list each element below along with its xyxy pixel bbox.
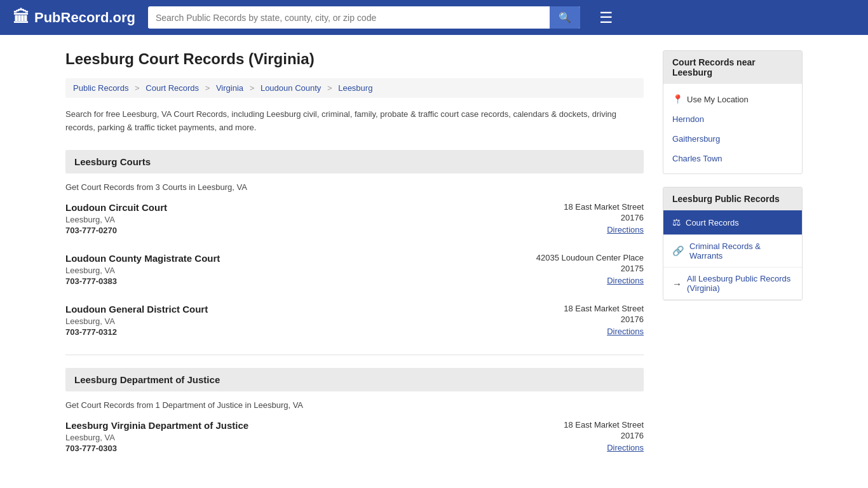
doj-court-phone-1: 703-777-0303 bbox=[65, 444, 504, 453]
breadcrumb-virginia[interactable]: Virginia bbox=[216, 83, 243, 93]
directions-link-3[interactable]: Directions bbox=[517, 327, 644, 336]
breadcrumb-sep-1: > bbox=[135, 83, 140, 93]
court-info-2: Loudoun County Magistrate Court Leesburg… bbox=[65, 253, 504, 286]
all-records-icon: → bbox=[672, 278, 682, 289]
court-phone-1: 703-777-0270 bbox=[65, 226, 504, 235]
directions-link-2[interactable]: Directions bbox=[517, 276, 644, 285]
directions-link-1[interactable]: Directions bbox=[517, 225, 644, 234]
record-item-criminal-records[interactable]: 🔗 Criminal Records & Warrants bbox=[663, 235, 802, 268]
court-entry-3: Loudoun General District Court Leesburg,… bbox=[65, 304, 644, 337]
doj-court-info-1: Leesburg Virginia Department of Justice … bbox=[65, 420, 504, 453]
public-records-header: Leesburg Public Records bbox=[663, 187, 802, 210]
court-street-1: 18 East Market Street bbox=[517, 202, 644, 212]
court-name-3: Loudoun General District Court bbox=[65, 304, 504, 315]
court-entry-1: Loudoun Circuit Court Leesburg, VA 703-7… bbox=[65, 202, 644, 235]
record-item-all-records[interactable]: → All Leesburg Public Records (Virginia) bbox=[663, 268, 802, 300]
sidebar: Court Records near Leesburg 📍 Use My Loc… bbox=[663, 50, 803, 471]
court-street-2: 42035 Loudoun Center Place bbox=[517, 253, 644, 262]
court-city-3: Leesburg, VA bbox=[65, 316, 504, 326]
search-button[interactable]: 🔍 bbox=[550, 6, 580, 29]
logo-text: PubRecord.org bbox=[34, 10, 135, 26]
court-info-3: Loudoun General District Court Leesburg,… bbox=[65, 304, 504, 337]
court-name-2: Loudoun County Magistrate Court bbox=[65, 253, 504, 264]
page-description: Search for free Leesburg, VA Court Recor… bbox=[65, 108, 644, 135]
doj-court-name-1: Leesburg Virginia Department of Justice bbox=[65, 420, 504, 431]
breadcrumb: Public Records > Court Records > Virgini… bbox=[65, 78, 644, 98]
doj-section-description: Get Court Records from 1 Department of J… bbox=[65, 400, 644, 410]
court-entry-2: Loudoun County Magistrate Court Leesburg… bbox=[65, 253, 644, 286]
nearby-city-charles-town[interactable]: Charles Town bbox=[663, 149, 802, 168]
location-pin-icon: 📍 bbox=[672, 94, 683, 104]
court-city-1: Leesburg, VA bbox=[65, 215, 504, 224]
doj-directions-link-1[interactable]: Directions bbox=[517, 443, 644, 452]
doj-court-entry-1: Leesburg Virginia Department of Justice … bbox=[65, 420, 644, 453]
criminal-records-icon: 🔗 bbox=[672, 245, 684, 257]
public-records-box: Leesburg Public Records ⚖ Court Records … bbox=[663, 187, 803, 301]
court-zip-3: 20176 bbox=[517, 315, 644, 324]
nearby-city-gaithersburg[interactable]: Gaithersburg bbox=[663, 129, 802, 149]
breadcrumb-public-records[interactable]: Public Records bbox=[73, 83, 128, 93]
court-phone-3: 703-777-0312 bbox=[65, 327, 504, 337]
nearby-cities-box: Court Records near Leesburg 📍 Use My Loc… bbox=[663, 50, 803, 174]
use-location-item[interactable]: 📍 Use My Location bbox=[663, 89, 802, 109]
court-address-3: 18 East Market Street 20176 Directions bbox=[517, 304, 644, 337]
search-icon: 🔍 bbox=[559, 12, 571, 23]
page-title: Leesburg Court Records (Virginia) bbox=[65, 50, 644, 68]
breadcrumb-sep-2: > bbox=[205, 83, 210, 93]
record-item-court-records[interactable]: ⚖ Court Records bbox=[663, 210, 802, 235]
section-divider-1 bbox=[65, 355, 644, 355]
nearby-box-body: 📍 Use My Location Herndon Gaithersburg C… bbox=[663, 84, 802, 173]
nearby-city-herndon-link[interactable]: Herndon bbox=[672, 114, 704, 124]
court-address-2: 42035 Loudoun Center Place 20175 Directi… bbox=[517, 253, 644, 286]
doj-court-zip-1: 20176 bbox=[517, 431, 644, 440]
nearby-city-charles-town-link[interactable]: Charles Town bbox=[672, 154, 722, 163]
logo-icon: 🏛 bbox=[13, 8, 29, 27]
court-zip-1: 20176 bbox=[517, 213, 644, 222]
hamburger-menu-icon[interactable]: ☰ bbox=[599, 9, 613, 27]
court-street-3: 18 East Market Street bbox=[517, 304, 644, 313]
site-logo[interactable]: 🏛 PubRecord.org bbox=[13, 8, 135, 27]
court-phone-2: 703-777-0383 bbox=[65, 276, 504, 286]
courts-section-description: Get Court Records from 3 Courts in Leesb… bbox=[65, 182, 644, 192]
breadcrumb-leesburg[interactable]: Leesburg bbox=[338, 83, 372, 93]
courts-section-header: Leesburg Courts bbox=[65, 150, 644, 173]
all-records-link[interactable]: All Leesburg Public Records (Virginia) bbox=[687, 274, 793, 293]
criminal-records-link[interactable]: Criminal Records & Warrants bbox=[689, 241, 793, 261]
court-city-2: Leesburg, VA bbox=[65, 266, 504, 275]
court-info-1: Loudoun Circuit Court Leesburg, VA 703-7… bbox=[65, 202, 504, 235]
doj-court-street-1: 18 East Market Street bbox=[517, 420, 644, 430]
breadcrumb-court-records[interactable]: Court Records bbox=[146, 83, 199, 93]
breadcrumb-sep-3: > bbox=[250, 83, 255, 93]
nearby-city-herndon[interactable]: Herndon bbox=[663, 109, 802, 129]
court-name-1: Loudoun Circuit Court bbox=[65, 202, 504, 213]
breadcrumb-loudoun-county[interactable]: Loudoun County bbox=[261, 83, 321, 93]
doj-section-header: Leesburg Department of Justice bbox=[65, 368, 644, 391]
court-records-link[interactable]: Court Records bbox=[686, 218, 739, 227]
doj-court-address-1: 18 East Market Street 20176 Directions bbox=[517, 420, 644, 453]
court-address-1: 18 East Market Street 20176 Directions bbox=[517, 202, 644, 235]
nearby-city-gaithersburg-link[interactable]: Gaithersburg bbox=[672, 134, 720, 144]
search-input[interactable] bbox=[148, 8, 550, 28]
site-header: 🏛 PubRecord.org 🔍 ☰ bbox=[0, 0, 868, 35]
court-records-icon: ⚖ bbox=[672, 217, 681, 228]
use-location-label: Use My Location bbox=[687, 95, 749, 104]
search-bar: 🔍 bbox=[148, 6, 580, 29]
nearby-header: Court Records near Leesburg bbox=[663, 51, 802, 84]
content-area: Leesburg Court Records (Virginia) Public… bbox=[65, 50, 644, 471]
doj-court-city-1: Leesburg, VA bbox=[65, 433, 504, 442]
main-container: Leesburg Court Records (Virginia) Public… bbox=[53, 35, 815, 486]
court-zip-2: 20175 bbox=[517, 264, 644, 273]
breadcrumb-sep-4: > bbox=[327, 83, 332, 93]
